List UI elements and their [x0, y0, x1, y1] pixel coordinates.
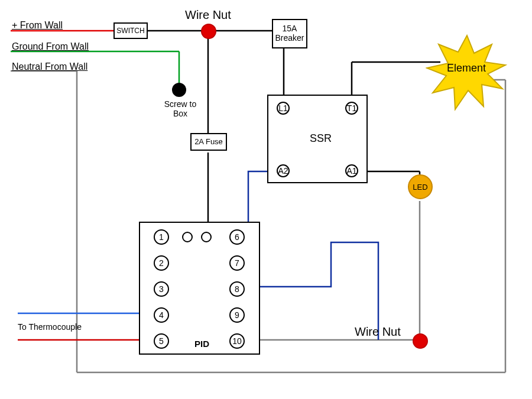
thermocouple-label: To Thermocouple	[18, 322, 82, 332]
wire-nut-top-label: Wire Nut	[185, 8, 231, 22]
pid-pin-2: 2	[154, 255, 169, 271]
pid-pin-1: 1	[154, 229, 169, 245]
ssr-a2-pin: A2	[277, 164, 290, 177]
pid-pin-10: 10	[229, 333, 245, 349]
wiring-diagram: + From Wall Ground From Wall Neutral Fro…	[0, 0, 532, 399]
ground-screw-label: Screw to Box	[160, 99, 201, 118]
fuse-label: 2A Fuse	[194, 137, 223, 146]
pid-pin-4: 4	[154, 307, 169, 323]
ssr-a1-pin: A1	[345, 164, 358, 177]
wire-nut-bottom-label: Wire Nut	[355, 325, 401, 339]
led-label: LED	[413, 183, 427, 192]
pid-pin-7: 7	[229, 255, 245, 271]
pid-pin-9: 9	[229, 307, 245, 323]
switch-label: SWITCH	[116, 27, 144, 35]
ssr-l1-pin: L1	[277, 102, 290, 115]
ground-screw-icon	[172, 83, 186, 97]
pid-dot-b	[201, 232, 212, 242]
wall-positive-label: + From Wall	[12, 20, 63, 31]
ssr-label: SSR	[310, 132, 332, 145]
pid-pin-6: 6	[229, 229, 245, 245]
wire-nut-bottom-icon	[413, 333, 428, 349]
pid-dot-a	[182, 232, 193, 242]
breaker-label: 15A Breaker	[275, 24, 304, 43]
breaker-box: 15A Breaker	[272, 19, 307, 48]
pid-label: PID	[194, 339, 209, 349]
pid-pin-5: 5	[154, 333, 169, 349]
wire-nut-top-icon	[201, 24, 216, 39]
led-icon: LED	[408, 174, 433, 199]
switch-box: SWITCH	[113, 22, 148, 39]
pid-pin-8: 8	[229, 281, 245, 297]
ssr-t1-pin: T1	[345, 102, 358, 115]
wall-ground-label: Ground From Wall	[12, 41, 89, 52]
wall-neutral-label: Neutral From Wall	[12, 61, 87, 72]
pid-pin-3: 3	[154, 281, 169, 297]
element-label: Element	[447, 62, 486, 74]
fuse-box: 2A Fuse	[190, 133, 227, 151]
